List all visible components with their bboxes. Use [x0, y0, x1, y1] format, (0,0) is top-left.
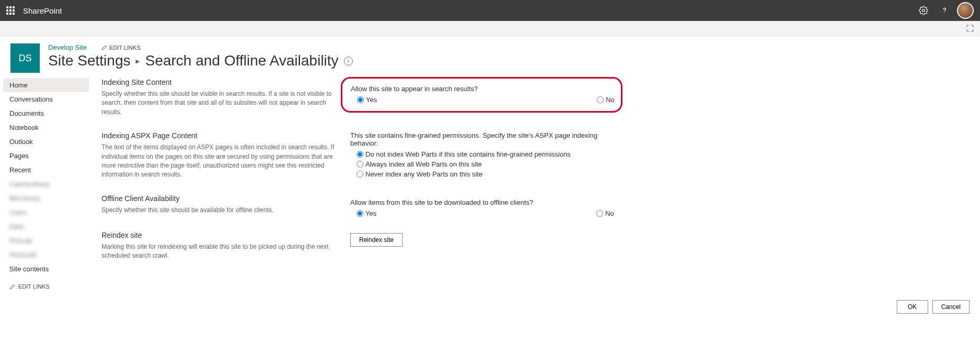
app-name: SharePoint [23, 6, 62, 15]
section-description: The text of the items displayed on ASPX … [102, 143, 340, 180]
radio-offline-no[interactable]: No [596, 209, 614, 217]
radio-input[interactable] [596, 210, 603, 217]
site-logo[interactable]: DS [10, 43, 40, 73]
nav-item[interactable]: CacheLibrary [3, 177, 89, 191]
nav-item[interactable]: Documents [3, 106, 89, 120]
radio-input[interactable] [357, 210, 363, 217]
suite-bar: SharePoint [0, 0, 980, 21]
breadcrumb-root[interactable]: Site Settings [48, 52, 130, 69]
nav-item[interactable]: Recent [3, 163, 89, 177]
nav-item[interactable]: Outlook [3, 135, 89, 149]
radio-input[interactable] [357, 151, 363, 158]
page-title-text: Search and Offline Availability [145, 52, 338, 69]
section-indexing-site: Indexing Site Content Specify whether th… [102, 78, 340, 117]
settings-button[interactable] [913, 0, 934, 21]
pencil-icon [9, 284, 15, 290]
footer-buttons: OK Cancel [0, 297, 980, 324]
section-description: Marking this site for reindexing will en… [102, 242, 340, 261]
radio-label: Do not index Web Parts if this site cont… [365, 150, 571, 158]
radio-input[interactable] [357, 96, 364, 103]
waffle-icon [6, 6, 15, 15]
ribbon-bar [0, 21, 980, 36]
radio-label: No [605, 209, 614, 217]
breadcrumb-separator-icon: ▸ [136, 56, 140, 66]
radio-aspx-option-1[interactable]: Always index all Web Parts on this site [357, 160, 622, 168]
question-offline: Allow items from this site to be downloa… [350, 198, 622, 206]
pencil-icon [102, 45, 107, 50]
edit-links-bottom-label: EDIT LINKS [18, 283, 50, 290]
page-header: DS Develop Site EDIT LINKS Site Settings… [0, 36, 980, 78]
radio-label: Never index any Web Parts on this site [365, 170, 483, 178]
radio-offline-yes[interactable]: Yes [357, 209, 376, 217]
svg-point-0 [922, 9, 925, 12]
section-indexing-aspx: Indexing ASPX Page Content The text of t… [102, 131, 340, 180]
section-description: Specify whether this site should be avai… [102, 206, 340, 215]
radio-label: Yes [365, 209, 376, 217]
nav-item[interactable]: Conversations [3, 92, 89, 106]
radio-aspx-option-2[interactable]: Never index any Web Parts on this site [357, 170, 622, 178]
app-launcher-button[interactable] [0, 0, 21, 21]
radio-label: No [606, 96, 615, 104]
radio-aspx-option-0[interactable]: Do not index Web Parts if this site cont… [357, 150, 622, 158]
radio-input[interactable] [357, 161, 363, 168]
nav-item[interactable]: Data [3, 219, 89, 234]
nav-item[interactable]: Site contents [3, 262, 89, 276]
radio-allow-search-yes[interactable]: Yes [357, 96, 377, 104]
reindex-button[interactable]: Reindex site [350, 233, 403, 247]
section-heading: Offline Client Availability [102, 194, 340, 203]
focus-content-button[interactable] [964, 23, 976, 34]
radio-input[interactable] [357, 171, 363, 178]
radio-allow-search-no[interactable]: No [597, 96, 615, 104]
settings-content: Indexing Site Content Specify whether th… [89, 78, 980, 275]
radio-input[interactable] [597, 96, 604, 103]
user-avatar[interactable] [957, 2, 974, 19]
page-title: Site Settings ▸ Search and Offline Avail… [48, 52, 353, 69]
section-heading: Indexing Site Content [102, 78, 340, 86]
nav-item[interactable]: Notebook [3, 120, 89, 135]
info-button[interactable]: i [344, 57, 353, 65]
section-description: Specify whether this site should be visi… [102, 90, 340, 117]
info-icon: i [348, 58, 349, 64]
radio-label: Always index all Web Parts on this site [365, 160, 482, 168]
cancel-button[interactable]: Cancel [932, 300, 970, 314]
svg-point-1 [944, 13, 944, 13]
edit-links-top[interactable]: EDIT LINKS [102, 45, 141, 51]
section-reindex: Reindex site Marking this site for reind… [102, 231, 340, 261]
radio-label: Yes [366, 96, 377, 104]
nav-item[interactable]: PictAudit [3, 248, 89, 262]
nav-item[interactable]: PictLab [3, 234, 89, 248]
nav-item[interactable]: Home [3, 78, 89, 92]
focus-icon [966, 24, 974, 32]
edit-links-label: EDIT LINKS [109, 45, 141, 51]
ok-button[interactable]: OK [897, 300, 928, 314]
question-icon [940, 6, 949, 15]
help-button[interactable] [934, 0, 955, 21]
highlight-annotation: Allow this site to appear in search resu… [341, 77, 622, 113]
question-allow-search: Allow this site to appear in search resu… [351, 85, 612, 93]
question-aspx-behavior: This site contains fine-grained permissi… [350, 131, 622, 147]
nav-item[interactable]: Users [3, 205, 89, 219]
nav-item[interactable]: BinLibrary [3, 191, 89, 205]
section-heading: Indexing ASPX Page Content [102, 131, 340, 140]
site-link[interactable]: Develop Site [48, 43, 87, 51]
left-nav: HomeConversationsDocumentsNotebookOutloo… [3, 78, 89, 297]
nav-item[interactable]: Pages [3, 149, 89, 163]
section-offline: Offline Client Availability Specify whet… [102, 194, 340, 215]
edit-links-bottom[interactable]: EDIT LINKS [3, 276, 89, 297]
gear-icon [919, 6, 928, 15]
section-heading: Reindex site [102, 231, 340, 239]
